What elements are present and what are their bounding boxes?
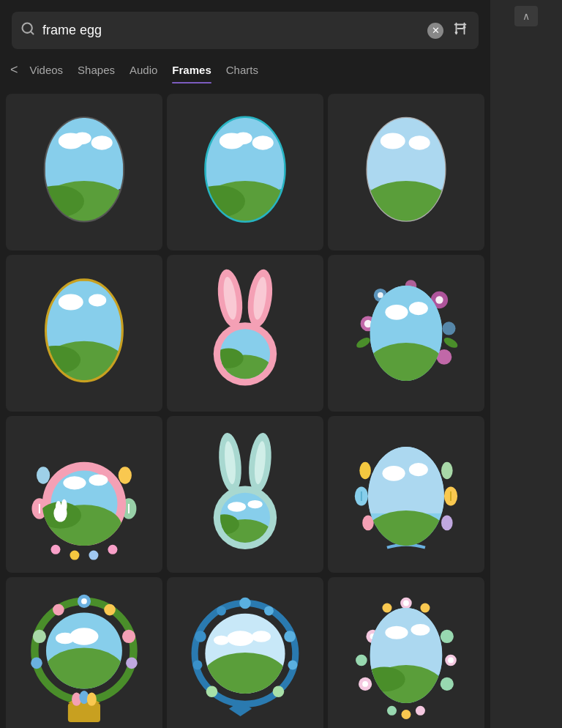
svg-point-161 <box>420 603 430 613</box>
svg-point-140 <box>288 660 297 669</box>
scroll-up-button[interactable]: ∧ <box>514 6 538 26</box>
svg-point-83 <box>63 476 86 489</box>
frame-item-4[interactable] <box>6 255 162 412</box>
frame-item-10[interactable] <box>6 577 162 728</box>
svg-point-122 <box>31 658 42 669</box>
search-icon <box>20 21 35 40</box>
svg-point-87 <box>89 551 98 560</box>
svg-point-162 <box>387 706 397 716</box>
tab-audio[interactable]: Audio <box>122 58 165 82</box>
svg-point-134 <box>239 598 251 609</box>
tab-videos[interactable]: Videos <box>23 58 71 82</box>
svg-rect-124 <box>68 703 100 722</box>
svg-point-121 <box>122 630 135 643</box>
svg-point-99 <box>247 500 262 508</box>
svg-point-135 <box>217 606 226 615</box>
main-panel: ✕ < Videos Shapes Audio Frames Charts <box>0 0 490 728</box>
svg-point-63 <box>442 335 459 349</box>
svg-point-141 <box>206 686 218 698</box>
clear-button[interactable]: ✕ <box>427 23 443 39</box>
svg-point-117 <box>81 598 87 604</box>
filter-button[interactable] <box>451 19 470 42</box>
svg-point-72 <box>37 467 50 483</box>
svg-rect-110 <box>368 447 444 513</box>
svg-point-164 <box>416 706 425 716</box>
svg-rect-22 <box>206 118 285 189</box>
svg-point-118 <box>53 604 64 616</box>
svg-point-153 <box>362 681 368 687</box>
svg-point-56 <box>378 292 383 298</box>
search-bar: ✕ <box>12 12 479 49</box>
svg-point-16 <box>91 135 113 149</box>
svg-point-68 <box>364 343 448 400</box>
svg-point-81 <box>56 501 61 513</box>
svg-point-154 <box>441 630 454 643</box>
frame-item-9[interactable] <box>328 416 484 573</box>
svg-point-59 <box>435 296 443 303</box>
svg-point-18 <box>31 185 84 218</box>
svg-point-60 <box>442 322 455 335</box>
svg-point-127 <box>87 693 97 706</box>
frame-item-6[interactable] <box>328 255 484 412</box>
svg-point-144 <box>201 653 289 706</box>
svg-point-85 <box>51 545 61 554</box>
svg-point-67 <box>409 302 428 315</box>
frame-item-7[interactable] <box>6 416 162 573</box>
svg-point-24 <box>234 132 252 144</box>
svg-point-105 <box>441 462 453 479</box>
frames-grid <box>6 94 484 728</box>
svg-point-130 <box>70 628 99 645</box>
svg-point-108 <box>441 516 453 531</box>
svg-point-27 <box>192 185 245 218</box>
svg-rect-166 <box>370 608 443 675</box>
svg-point-15 <box>73 132 91 144</box>
svg-point-137 <box>195 631 206 642</box>
tab-frames[interactable]: Frames <box>165 58 218 82</box>
svg-point-62 <box>355 335 372 349</box>
svg-point-98 <box>228 502 246 512</box>
frame-item-2[interactable] <box>167 94 323 250</box>
svg-point-145 <box>227 631 253 646</box>
svg-point-131 <box>56 633 75 645</box>
tab-shapes[interactable]: Shapes <box>70 58 122 82</box>
frame-item-5[interactable] <box>167 255 323 412</box>
svg-point-142 <box>273 686 285 698</box>
svg-rect-13 <box>45 118 124 189</box>
tab-charts[interactable]: Charts <box>219 58 266 82</box>
svg-point-82 <box>61 499 67 512</box>
svg-point-123 <box>126 658 138 669</box>
svg-point-147 <box>214 636 229 645</box>
svg-point-157 <box>441 677 454 691</box>
svg-point-119 <box>104 604 116 616</box>
svg-point-84 <box>89 475 108 486</box>
search-input[interactable] <box>42 23 420 38</box>
svg-point-39 <box>59 294 83 311</box>
svg-point-160 <box>403 601 409 606</box>
svg-point-9 <box>463 26 466 29</box>
svg-point-146 <box>252 631 271 642</box>
svg-point-42 <box>31 346 80 374</box>
tabs-back-arrow[interactable]: < <box>6 59 23 81</box>
svg-point-40 <box>89 294 106 307</box>
frame-item-3[interactable] <box>328 94 484 250</box>
svg-point-8 <box>455 31 458 34</box>
svg-point-112 <box>409 463 428 476</box>
svg-point-86 <box>70 551 80 560</box>
svg-point-158 <box>383 603 392 613</box>
tabs-container: < Videos Shapes Audio Frames Charts <box>0 58 490 82</box>
frame-item-1[interactable] <box>6 94 162 250</box>
frame-item-12[interactable] <box>328 577 484 728</box>
svg-point-168 <box>411 624 430 636</box>
svg-point-111 <box>383 466 405 481</box>
frame-item-11[interactable] <box>167 577 323 728</box>
frames-grid-container <box>0 88 490 728</box>
svg-point-32 <box>381 133 405 149</box>
svg-point-103 <box>359 462 371 479</box>
svg-point-33 <box>409 135 430 149</box>
svg-point-167 <box>385 626 408 639</box>
svg-point-163 <box>401 710 411 719</box>
scrollbar-track: ∧ <box>490 0 562 728</box>
frame-item-8[interactable] <box>167 416 323 573</box>
svg-line-1 <box>31 31 34 34</box>
svg-point-25 <box>252 135 274 149</box>
